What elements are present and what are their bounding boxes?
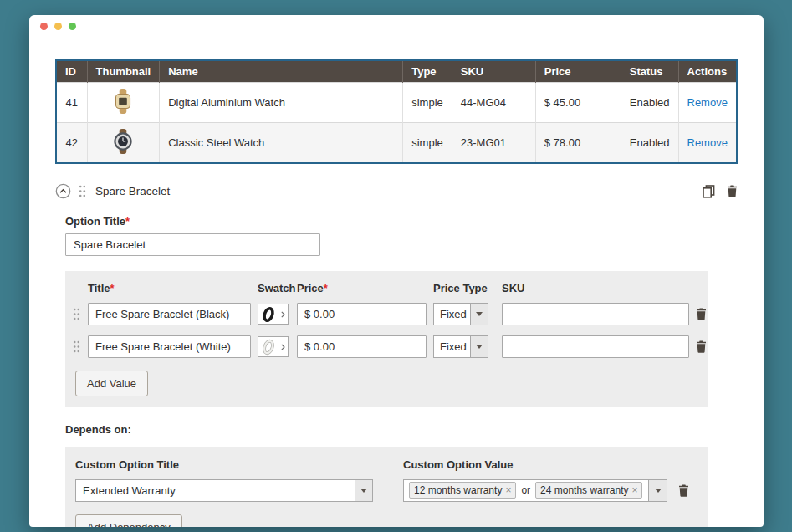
value-price-input[interactable]	[297, 303, 427, 325]
collapse-option-button[interactable]	[55, 183, 71, 199]
option-title-input[interactable]	[65, 233, 320, 256]
dependency-header-row: Custom Option Title Custom Option Value	[65, 447, 708, 473]
remove-link[interactable]: Remove	[687, 96, 728, 109]
value-title-input[interactable]	[88, 303, 251, 325]
select-arrow-button[interactable]	[470, 304, 488, 325]
dependency-row: Extended Warranty 12 months warranty × o…	[65, 473, 708, 507]
values-header-sku: SKU	[502, 282, 696, 294]
column-header-price: Price	[535, 60, 621, 83]
desktop-background: { "colors": { "background": "#3e7c8c", "…	[0, 0, 792, 532]
chevron-down-icon	[360, 489, 367, 493]
option-header-actions	[703, 185, 738, 198]
product-sku: 44-MG04	[452, 83, 535, 123]
column-header-id: ID	[56, 60, 87, 83]
required-asterisk: *	[125, 215, 130, 228]
drag-handle-icon[interactable]	[79, 185, 86, 197]
column-header-actions: Actions	[678, 60, 737, 83]
dependency-value-tag: 12 months warranty ×	[409, 482, 516, 499]
remove-tag-icon[interactable]: ×	[505, 485, 511, 495]
chevron-down-icon	[476, 345, 483, 349]
add-value-button[interactable]: Add Value	[75, 371, 148, 396]
swatch-thumbnail[interactable]	[258, 336, 278, 357]
chevron-right-icon	[281, 311, 285, 318]
trash-icon	[678, 484, 689, 497]
traffic-light-minimize-button[interactable]	[54, 23, 62, 30]
swatch-expand-button[interactable]	[278, 336, 289, 357]
price-type-value: Fixed	[434, 336, 470, 357]
values-header-price-type: Price Type	[433, 282, 502, 294]
custom-option-title-select[interactable]: Extended Warranty	[75, 479, 373, 502]
window-titlebar	[29, 15, 764, 38]
values-header-row: Title* Swatch Price* Price Type SKU	[65, 271, 708, 298]
table-row: 42 Classic Steel Watch simple 23-MG01 $ …	[56, 123, 737, 164]
delete-value-button[interactable]	[696, 340, 707, 353]
product-name: Digital Aluminium Watch	[160, 83, 403, 123]
value-price-input[interactable]	[297, 335, 427, 358]
add-dependency-button[interactable]: Add Dependency	[75, 514, 182, 527]
select-arrow-button[interactable]	[470, 336, 488, 357]
swatch-cell	[258, 336, 297, 357]
column-header-status: Status	[621, 60, 678, 83]
column-header-name: Name	[160, 60, 403, 83]
value-title-input[interactable]	[88, 335, 251, 358]
trash-icon	[727, 185, 738, 197]
drag-handle-icon[interactable]	[73, 340, 80, 353]
swatch-thumbnail[interactable]	[258, 304, 278, 325]
delete-option-button[interactable]	[727, 185, 738, 197]
product-type: simple	[403, 83, 452, 123]
app-window: ID Thumbnail Name Type SKU Price Status …	[29, 15, 764, 527]
delete-value-button[interactable]	[696, 308, 707, 320]
duplicate-option-button[interactable]	[703, 185, 715, 198]
products-table: ID Thumbnail Name Type SKU Price Status …	[55, 59, 738, 164]
required-asterisk: *	[324, 282, 328, 294]
depends-on-label: Depends on:	[65, 423, 738, 436]
value-sku-input[interactable]	[502, 303, 689, 325]
white-bracelet-swatch-image	[260, 339, 277, 356]
drag-handle-icon[interactable]	[73, 308, 80, 320]
black-bracelet-swatch-image	[260, 306, 277, 323]
required-asterisk: *	[110, 282, 115, 294]
copy-icon	[703, 185, 715, 198]
price-type-select[interactable]: Fixed	[433, 303, 488, 325]
tag-label: 12 months warranty	[414, 484, 502, 496]
dependency-header-value: Custom Option Value	[403, 458, 697, 471]
option-section-title: Spare Bracelet	[95, 185, 170, 197]
column-header-type: Type	[403, 60, 452, 83]
swatch-cell	[258, 304, 297, 325]
product-name: Classic Steel Watch	[160, 123, 403, 164]
swatch-expand-button[interactable]	[278, 304, 289, 325]
product-price: $ 78.00	[535, 123, 621, 164]
dependency-value-tag: 24 months warranty ×	[535, 482, 642, 499]
option-value-row: Fixed	[65, 298, 708, 330]
product-status: Enabled	[621, 123, 678, 164]
chevron-right-icon	[281, 344, 285, 350]
product-thumbnail	[87, 123, 160, 164]
product-thumbnail	[87, 83, 160, 123]
select-arrow-button[interactable]	[355, 480, 372, 501]
table-row: 41 Digital Aluminium Watch simple 44-MG0…	[56, 83, 737, 123]
custom-option-value-multiselect[interactable]: 12 months warranty × or 24 months warran…	[403, 479, 649, 502]
trash-icon	[696, 308, 707, 320]
tag-separator: or	[521, 484, 530, 496]
traffic-light-zoom-button[interactable]	[69, 23, 76, 30]
values-header-title: Title*	[88, 282, 258, 294]
dependency-panel: Custom Option Title Custom Option Value …	[65, 447, 708, 527]
values-header-price: Price*	[297, 282, 433, 294]
remove-link[interactable]: Remove	[687, 136, 728, 149]
custom-option-header: Spare Bracelet	[55, 183, 738, 199]
chevron-down-icon	[476, 312, 483, 316]
column-header-thumbnail: Thumbnail	[87, 60, 160, 83]
chevron-up-circle-icon	[55, 183, 71, 199]
multiselect-arrow-button[interactable]	[649, 479, 667, 502]
delete-dependency-button[interactable]	[678, 484, 689, 497]
value-sku-input[interactable]	[502, 335, 689, 358]
price-type-value: Fixed	[434, 304, 470, 325]
remove-tag-icon[interactable]: ×	[631, 485, 637, 495]
price-type-select[interactable]: Fixed	[433, 335, 488, 358]
product-sku: 23-MG01	[452, 123, 535, 164]
option-values-panel: Title* Swatch Price* Price Type SKU	[65, 271, 708, 407]
option-value-row: Fixed	[65, 330, 708, 363]
traffic-light-close-button[interactable]	[40, 23, 48, 30]
page-content: ID Thumbnail Name Type SKU Price Status …	[29, 38, 764, 527]
product-type: simple	[403, 123, 452, 164]
